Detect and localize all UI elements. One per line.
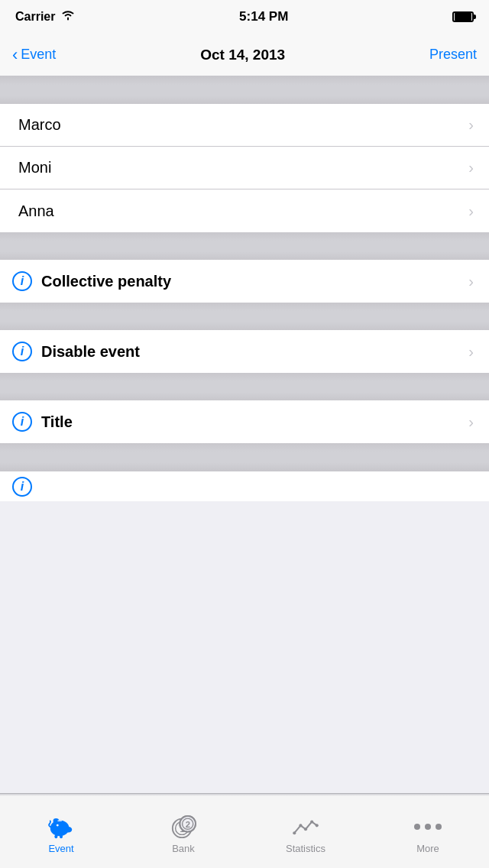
collective-penalty-container: i Collective penalty ›: [0, 260, 489, 303]
statistics-icon: [292, 815, 319, 838]
title-item[interactable]: i Title ›: [0, 400, 489, 443]
tab-event-label: Event: [48, 843, 73, 854]
nav-title: Oct 14, 2013: [200, 47, 285, 63]
dot-1: [414, 824, 420, 830]
status-carrier: Carrier: [15, 10, 75, 24]
tab-event[interactable]: Event: [0, 808, 122, 854]
info-icon: i: [12, 342, 32, 361]
attendee-list: Marco › Moni › Anna ›: [0, 104, 489, 232]
section-gap-3: [0, 373, 489, 400]
present-button[interactable]: Present: [429, 47, 477, 63]
chevron-left-icon: ‹: [12, 45, 18, 65]
svg-point-18: [316, 824, 319, 827]
navigation-bar: ‹ Event Oct 14, 2013 Present: [0, 34, 489, 76]
list-item[interactable]: Moni ›: [0, 147, 489, 189]
partial-list-item: i: [0, 471, 489, 501]
section-gap-top: [0, 76, 489, 104]
more-dots: [414, 824, 442, 830]
bank-icon: 1 2: [170, 815, 197, 838]
svg-rect-6: [60, 834, 63, 838]
carrier-label: Carrier: [15, 10, 55, 24]
svg-rect-5: [54, 834, 57, 838]
svg-point-17: [310, 820, 313, 823]
status-time: 5:14 PM: [75, 9, 452, 24]
dot-3: [436, 824, 442, 830]
back-label: Event: [21, 47, 56, 63]
svg-point-15: [299, 824, 302, 827]
chevron-right-icon: ›: [468, 343, 474, 361]
chevron-right-icon: ›: [468, 413, 474, 431]
chevron-right-icon: ›: [468, 116, 474, 134]
section-gap-2: [0, 303, 489, 330]
svg-text:2: 2: [186, 820, 190, 829]
collective-penalty-left: i Collective penalty: [12, 271, 171, 291]
svg-point-3: [57, 824, 59, 827]
title-container: i Title ›: [0, 400, 489, 443]
collective-penalty-item[interactable]: i Collective penalty ›: [0, 260, 489, 303]
list-item[interactable]: Marco ›: [0, 104, 489, 147]
battery-icon: [452, 11, 474, 22]
disable-event-label: Disable event: [41, 343, 140, 361]
disable-event-item[interactable]: i Disable event ›: [0, 330, 489, 373]
tab-statistics[interactable]: Statistics: [244, 808, 367, 854]
collective-penalty-label: Collective penalty: [41, 273, 171, 290]
disable-event-container: i Disable event ›: [0, 330, 489, 373]
tab-bank-label: Bank: [172, 843, 195, 854]
status-bar: Carrier 5:14 PM: [0, 0, 489, 34]
title-label: Title: [41, 413, 73, 431]
info-icon: i: [12, 271, 32, 291]
section-gap-1: [0, 232, 489, 260]
svg-point-16: [304, 828, 307, 831]
status-battery: [452, 11, 474, 22]
attendee-name: Moni: [18, 159, 51, 177]
event-icon: [47, 815, 75, 838]
info-icon: i: [12, 477, 32, 497]
chevron-right-icon: ›: [468, 273, 474, 290]
dot-2: [425, 824, 431, 830]
back-button[interactable]: ‹ Event: [12, 45, 56, 65]
disable-event-left: i Disable event: [12, 342, 140, 361]
tab-bank[interactable]: 1 2 Bank: [122, 808, 244, 854]
chevron-right-icon: ›: [468, 202, 474, 220]
attendee-name: Marco: [18, 116, 61, 134]
list-item[interactable]: Anna ›: [0, 189, 489, 232]
more-icon: [414, 815, 442, 838]
svg-rect-4: [57, 820, 62, 821]
section-gap-4: [0, 443, 489, 471]
tab-statistics-label: Statistics: [286, 843, 325, 854]
svg-point-1: [65, 827, 72, 833]
wifi-icon: [61, 10, 75, 24]
info-icon: i: [12, 412, 32, 432]
attendee-name: Anna: [18, 202, 54, 220]
title-left: i Title: [12, 412, 73, 432]
tab-bar: Event 1 2 Bank: [0, 793, 489, 868]
chevron-right-icon: ›: [468, 159, 474, 177]
tab-more[interactable]: More: [367, 808, 489, 854]
tab-more-label: More: [416, 843, 439, 854]
svg-point-14: [293, 831, 296, 834]
